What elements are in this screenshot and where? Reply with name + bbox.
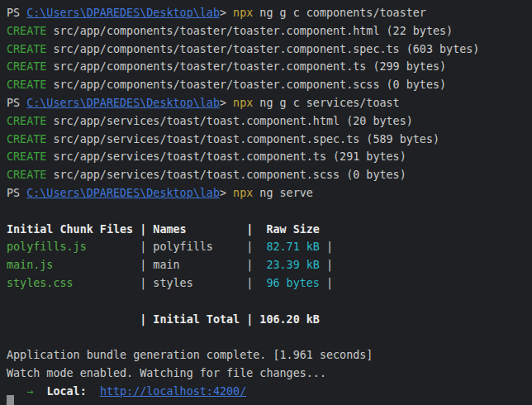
chunk-file: styles.css [7,277,74,289]
local-label: Local: [46,385,86,398]
prompt-label: PS [7,7,26,19]
command-args: ng g c components/toaster [253,7,426,19]
chunk-file: main.js [7,259,53,271]
chunk-table-row: main.js | main | 23.39 kB | [7,256,532,274]
create-line: CREATE src/app/services/toast/toast.comp… [7,131,532,149]
command-args: ng g c services/toast [253,97,399,109]
command-args: ng serve [253,187,313,199]
local-server-url[interactable]: http://localhost:4200/ [100,385,246,398]
prompt-label: PS [7,187,26,199]
table-separator: | [320,277,340,289]
command-name: npx [233,7,253,19]
spacer [33,385,46,398]
create-keyword: CREATE [7,169,46,181]
blank-line [7,293,532,311]
created-file: src/app/components/toaster/toaster.compo… [46,25,453,37]
raw-size: 82.71 kB [266,241,320,253]
prompt-line: PS C:\Users\DPAREDES\Desktop\lab> npx ng… [7,4,532,22]
command-name: npx [233,97,253,109]
chunk-table-header: Initial Chunk Files | Names | Raw Size [7,221,532,239]
create-keyword: CREATE [7,43,46,55]
table-separator: | [320,259,340,271]
chunk-table-row: styles.css | styles | 96 bytes | [7,274,532,293]
table-separator: | polyfills | [87,241,267,253]
blank-line [7,202,532,221]
prompt-path[interactable]: C:\Users\DPAREDES\Desktop\lab [26,187,220,199]
prompt-line: PS C:\Users\DPAREDES\Desktop\lab> npx ng… [7,94,532,112]
create-line: CREATE src/app/components/toaster/toaste… [7,22,532,40]
create-line: CREATE src/app/services/toast/toast.comp… [7,112,532,131]
create-keyword: CREATE [7,60,46,73]
created-file: src/app/services/toast/toast.component.s… [46,169,406,181]
prompt-label: PS [7,97,26,109]
created-file: src/app/services/toast/toast.component.t… [46,150,406,163]
prompt-line: PS C:\Users\DPAREDES\Desktop\lab> npx ng… [7,184,532,202]
spacer [87,385,100,398]
bundle-complete-message: Application bundle generation complete. … [7,349,373,361]
blank-line [7,328,532,346]
table-separator: | styles | [74,277,267,289]
created-file: src/app/components/toaster/toaster.compo… [46,43,479,55]
chunk-table-row: polyfills.js | polyfills | 82.71 kB | [7,238,532,256]
prompt-path[interactable]: C:\Users\DPAREDES\Desktop\lab [26,97,220,109]
create-keyword: CREATE [7,25,46,37]
create-line: CREATE src/app/services/toast/toast.comp… [7,166,532,184]
create-line: CREATE src/app/components/toaster/toaste… [7,58,532,76]
terminal-output: PS C:\Users\DPAREDES\Desktop\lab> npx ng… [7,4,532,401]
prompt-path[interactable]: C:\Users\DPAREDES\Desktop\lab [26,7,220,19]
created-file: src/app/components/toaster/toaster.compo… [46,79,446,91]
created-file: src/app/services/toast/toast.component.h… [46,115,412,127]
create-keyword: CREATE [7,133,46,145]
initial-total: | Initial Total | 106.20 kB [7,313,320,326]
status-line: Watch mode enabled. Watching for file ch… [7,364,532,383]
chunk-table-total-row: | Initial Total | 106.20 kB [7,311,532,329]
prompt-caret: > [220,7,233,19]
raw-size: 96 bytes [266,277,320,289]
created-file: src/app/components/toaster/toaster.compo… [46,60,446,73]
prompt-caret: > [220,97,233,109]
terminal-cursor[interactable] [7,395,14,405]
terminal-window: PS C:\Users\DPAREDES\Desktop\lab> npx ng… [0,0,532,405]
create-line: CREATE src/app/components/toaster/toaste… [7,76,532,94]
table-separator: | main | [53,259,266,271]
watch-mode-message: Watch mode enabled. Watching for file ch… [7,367,326,379]
local-server-line: → Local: http://localhost:4200/ [7,383,532,401]
raw-size: 23.39 kB [266,259,320,271]
create-keyword: CREATE [7,150,46,163]
create-keyword: CREATE [7,79,46,91]
table-separator: | [320,241,340,253]
create-line: CREATE src/app/services/toast/toast.comp… [7,148,532,166]
command-name: npx [233,187,253,199]
created-file: src/app/services/toast/toast.component.s… [46,133,439,145]
create-line: CREATE src/app/components/toaster/toaste… [7,40,532,59]
table-header: Initial Chunk Files | Names | Raw Size [7,223,320,236]
chunk-file: polyfills.js [7,241,87,253]
prompt-caret: > [220,187,233,199]
create-keyword: CREATE [7,115,46,127]
status-line: Application bundle generation complete. … [7,346,532,364]
